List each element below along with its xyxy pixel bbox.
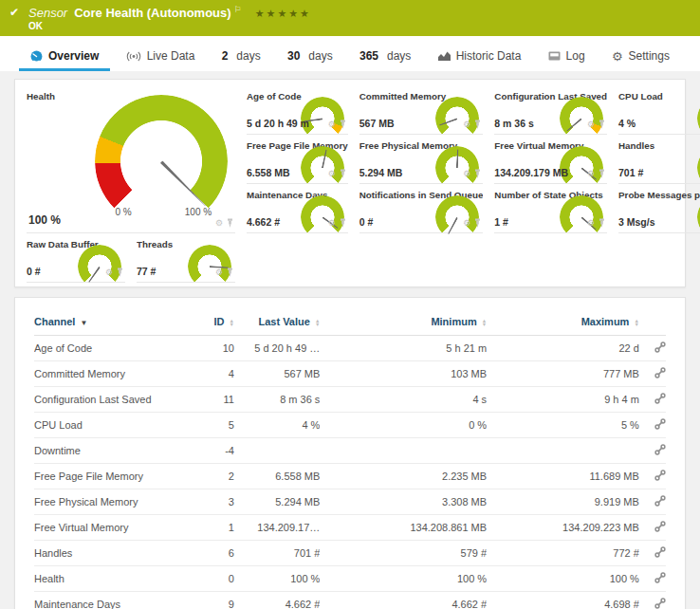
gauge-tile[interactable]: Raw Data Buffer 0 # ⚙ [27, 233, 125, 283]
channel-settings-wrench-icon[interactable] [654, 546, 666, 558]
cell-last-value [234, 438, 320, 464]
table-row: Free Virtual Memory 1 134.209.17… 134.20… [34, 515, 666, 541]
gauge-tile[interactable]: Maintenance Days 4.662 # ⚙ [247, 184, 348, 233]
pin-icon[interactable] [474, 120, 481, 129]
cell-minimum: 4.662 # [320, 592, 487, 609]
tab-2-days[interactable]: 2 days [211, 49, 272, 71]
pin-icon[interactable] [227, 218, 233, 228]
channel-settings-wrench-icon[interactable] [654, 598, 666, 609]
flag-icon[interactable]: ⚐ [234, 5, 242, 14]
cell-id: 0 [201, 566, 234, 592]
gauge-tile[interactable]: Committed Memory 567 MB ⚙ [359, 85, 484, 135]
gear-icon[interactable]: ⚙ [463, 120, 470, 129]
gauge-scale-min: 0 % [109, 207, 138, 217]
tab-overview[interactable]: Overview [19, 49, 110, 71]
pin-icon[interactable] [227, 268, 233, 277]
gear-icon[interactable]: ⚙ [215, 268, 223, 277]
column-header-minimum[interactable]: Minimum▲▼ [320, 307, 487, 336]
cell-id: 9 [201, 592, 234, 609]
gauge-tile-actions: ⚙ [463, 218, 481, 228]
channel-settings-wrench-icon[interactable] [654, 521, 666, 532]
gear-icon[interactable]: ⚙ [328, 170, 336, 178]
gauge-tile[interactable]: Probe Messages per Second 3 Msg/s ⚙ [618, 184, 700, 233]
tab-number: 365 [359, 49, 378, 63]
channel-settings-wrench-icon[interactable] [654, 341, 666, 353]
tab-settings[interactable]: ⚙ Settings [600, 49, 681, 71]
gauge-tile-actions: ⚙ [105, 268, 123, 277]
gauge-value: 100 % [28, 213, 61, 227]
channel-settings-wrench-icon[interactable] [654, 444, 666, 455]
channel-settings-wrench-icon[interactable] [654, 393, 666, 404]
gauge-tile[interactable]: Free Page File Memory 6.558 MB ⚙ [247, 135, 348, 184]
gauge-tile[interactable]: CPU Load 4 % ⚙ [618, 85, 700, 135]
gauge-tile-actions: ⚙ [215, 218, 233, 228]
gauge-tile[interactable]: Free Physical Memory 5.294 MB ⚙ [359, 135, 484, 184]
gauge-tile[interactable]: Handles 701 # ⚙ [618, 135, 700, 184]
gear-icon[interactable]: ⚙ [463, 170, 470, 178]
channel-table: Channel▼ ID▲▼ Last Value▲▼ Minimum▲▼ Max… [34, 307, 666, 609]
tab-label: Settings [629, 49, 670, 63]
gauge-tile-actions: ⚙ [587, 120, 605, 129]
tab-historic-data[interactable]: Historic Data [427, 49, 533, 71]
log-icon [548, 51, 561, 61]
health-gauge-tile[interactable]: Health 0 % 100 % 100 % ⚙ [27, 85, 235, 233]
cell-minimum: 3.308 MB [320, 489, 487, 515]
pin-icon[interactable] [599, 218, 605, 228]
cell-last-value: 701 # [234, 541, 320, 566]
gear-icon[interactable]: ⚙ [587, 120, 595, 129]
cell-last-value: 4 % [234, 413, 320, 438]
channel-settings-wrench-icon[interactable] [654, 367, 666, 378]
pin-icon[interactable] [474, 218, 481, 228]
pin-icon[interactable] [599, 169, 605, 178]
pin-icon[interactable] [340, 218, 346, 228]
gauge-tile[interactable]: Threads 77 # ⚙ [137, 233, 235, 283]
pin-icon[interactable] [117, 268, 123, 277]
pin-icon[interactable] [340, 169, 346, 178]
gauge-tile-actions: ⚙ [463, 120, 481, 129]
gauge-tile[interactable]: Number of State Objects 1 # ⚙ [494, 184, 607, 233]
table-row: Age of Code 10 5 d 20 h 49 … 5 h 21 m 22… [34, 336, 666, 361]
gear-icon[interactable]: ⚙ [328, 120, 336, 129]
column-header-id[interactable]: ID▲▼ [201, 307, 234, 336]
cell-last-value: 567 MB [234, 361, 320, 387]
sensor-title-line: SensorCore Health (Autonomous)⚐★★★★★ [28, 5, 311, 20]
pin-icon[interactable] [340, 120, 346, 129]
channel-settings-wrench-icon[interactable] [654, 470, 666, 481]
settings-gear-icon: ⚙ [612, 50, 623, 63]
tab-30-days[interactable]: 30 days [276, 49, 344, 71]
column-header-last-value[interactable]: Last Value▲▼ [234, 307, 320, 336]
tab-365-days[interactable]: 365 days [348, 49, 422, 71]
gear-icon[interactable]: ⚙ [105, 268, 113, 277]
tab-log[interactable]: Log [537, 49, 597, 71]
gear-icon[interactable]: ⚙ [328, 219, 336, 228]
cell-channel: Committed Memory [34, 361, 201, 387]
column-header-channel[interactable]: Channel▼ [34, 307, 201, 336]
channel-settings-wrench-icon[interactable] [654, 418, 666, 430]
priority-stars[interactable]: ★★★★★ [255, 8, 311, 19]
gauge-tile[interactable]: Configuration Last Saved 8 m 36 s ⚙ [494, 85, 607, 135]
cell-last-value: 5 d 20 h 49 … [234, 336, 320, 361]
gauge-tile-actions: ⚙ [463, 169, 481, 178]
gauge-value: 6.558 MB [247, 167, 290, 178]
channel-settings-wrench-icon[interactable] [654, 495, 666, 507]
cell-minimum: 579 # [320, 541, 487, 566]
pin-icon[interactable] [599, 120, 605, 129]
column-header-maximum[interactable]: Maximum▲▼ [487, 307, 639, 336]
gauge-tile[interactable]: Notifications in Send Queue 0 # ⚙ [359, 184, 484, 233]
channel-settings-wrench-icon[interactable] [654, 572, 666, 583]
tab-live-data[interactable]: Live Data [115, 49, 207, 71]
table-row: Configuration Last Saved 11 8 m 36 s 4 s… [34, 387, 666, 413]
gauge-tile-actions: ⚙ [328, 120, 346, 129]
gear-icon[interactable]: ⚙ [463, 219, 470, 228]
gauge-tile[interactable]: Free Virtual Memory 134.209.179 MB ⚙ [494, 135, 607, 184]
gauge [301, 195, 344, 239]
pin-icon[interactable] [474, 169, 481, 178]
gear-icon[interactable]: ⚙ [215, 219, 223, 228]
gear-icon[interactable]: ⚙ [587, 219, 595, 228]
gear-icon[interactable]: ⚙ [587, 170, 595, 178]
gauge-tile[interactable]: Age of Code 5 d 20 h 49 m ⚙ [247, 85, 348, 135]
cell-minimum [320, 438, 487, 464]
cell-maximum: 11.689 MB [487, 464, 639, 489]
cell-id: 4 [201, 361, 234, 387]
object-kind-label: Sensor [28, 6, 67, 20]
